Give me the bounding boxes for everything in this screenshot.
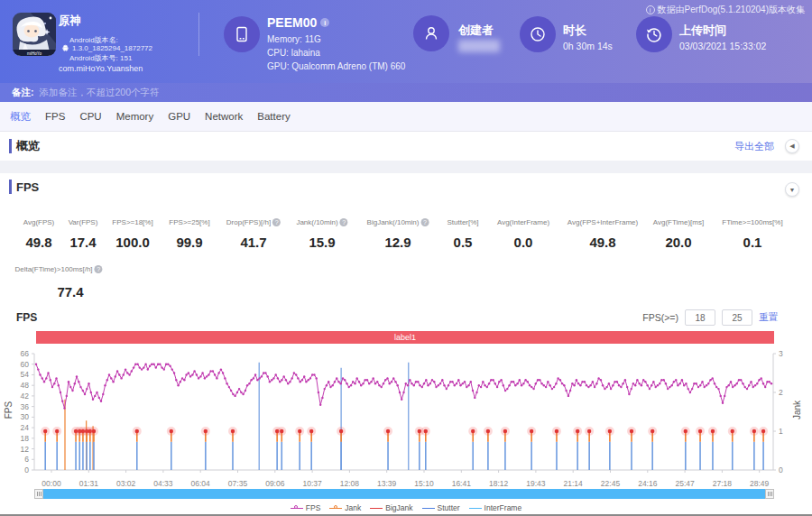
metric-value: 41.7: [226, 235, 281, 250]
metric-label-delta: Delta(FTime)>100ms[/h]?: [14, 265, 102, 273]
svg-text:00:00: 00:00: [42, 479, 61, 486]
metric-0: Avg(FPS)49.8: [23, 218, 55, 250]
svg-text:16:41: 16:41: [452, 479, 472, 486]
tab-network[interactable]: Network: [198, 111, 250, 122]
help-icon[interactable]: ?: [95, 265, 103, 273]
game-icon: miHoYo: [13, 13, 56, 56]
legend-interframe[interactable]: InterFrame: [469, 503, 522, 512]
tab-battery[interactable]: Battery: [250, 111, 297, 122]
svg-text:miHoYo: miHoYo: [27, 51, 42, 56]
metric-value: 20.0: [653, 235, 704, 250]
help-icon[interactable]: ?: [340, 218, 348, 226]
metric-label: BigJank(/10min)?: [367, 218, 429, 226]
svg-text:25:47: 25:47: [675, 479, 695, 486]
tab-概览[interactable]: 概览: [3, 110, 38, 124]
svg-text:6: 6: [24, 455, 29, 464]
scrollbar-handle-left[interactable]: [34, 489, 43, 499]
legend-bigjank[interactable]: BigJank: [370, 503, 412, 512]
svg-text:36: 36: [21, 402, 30, 411]
fps-chart: 0612182430364248546066012300:0001:3103:0…: [0, 349, 812, 490]
tab-cpu[interactable]: CPU: [72, 111, 108, 122]
tab-gpu[interactable]: GPU: [161, 111, 198, 122]
scrollbar-handle-right[interactable]: [765, 489, 774, 499]
svg-text:1: 1: [779, 427, 783, 436]
export-all-link[interactable]: 导出全部: [734, 140, 774, 153]
device-info-icon[interactable]: i: [320, 18, 329, 27]
title-accent-bar: [9, 180, 12, 194]
svg-text:66: 66: [21, 349, 30, 358]
svg-text:0: 0: [779, 465, 783, 475]
metric-label: Avg(FTime)[ms]: [653, 218, 704, 226]
metric-5: Jank(/10min)?15.9: [296, 218, 347, 250]
creator-label: 创建者: [458, 23, 494, 39]
duration-icon: [520, 16, 556, 52]
metric-11: FTime>=100ms[%]0.1: [722, 218, 782, 250]
svg-text:21:14: 21:14: [564, 479, 584, 486]
collect-note: i数据由PerfDog(5.1.210204)版本收集: [646, 4, 805, 16]
package-name: com.miHoYo.Yuanshen: [59, 64, 143, 73]
svg-text:13:39: 13:39: [377, 479, 397, 486]
metric-8: Avg(InterFrame)0.0: [497, 218, 549, 250]
svg-text:2: 2: [779, 388, 783, 397]
svg-text:24: 24: [21, 423, 30, 432]
fps-threshold-input-2[interactable]: [722, 309, 752, 326]
svg-text:54: 54: [21, 370, 30, 379]
y-axis-label-right: Jank: [792, 397, 802, 424]
metric-1: Var(FPS)17.4: [69, 218, 98, 250]
metric-10: Avg(FTime)[ms]20.0: [653, 218, 704, 250]
device-memory: Memory: 11G: [267, 34, 321, 44]
svg-text:28:49: 28:49: [750, 479, 770, 486]
metric-6: BigJank(/10min)?12.9: [367, 218, 429, 250]
metric-value: 100.0: [112, 235, 152, 250]
svg-text:09:06: 09:06: [265, 479, 285, 486]
metric-3: FPS>=25[%]99.9: [169, 218, 209, 250]
legend-fps[interactable]: FPS: [291, 503, 321, 512]
device-cpu: CPU: lahaina: [267, 48, 320, 58]
metric-label: Stutter[%]: [447, 218, 478, 226]
svg-text:01:31: 01:31: [79, 479, 99, 486]
fps-threshold-input-1[interactable]: [685, 309, 715, 326]
tab-memory[interactable]: Memory: [109, 111, 161, 122]
creator-name-blurred: [458, 40, 500, 52]
legend-label: InterFrame: [484, 503, 522, 512]
fps-metrics: Avg(FPS)49.8Var(FPS)17.4FPS>=18[%]100.0F…: [0, 218, 812, 299]
metric-label: Drop(FPS)[/h]?: [226, 218, 281, 226]
collapse-left-button[interactable]: ◀: [785, 139, 799, 153]
metric-label: Avg(FPS+InterFrame): [567, 218, 638, 226]
chart-header: FPS FPS(>=) 重置: [0, 305, 812, 327]
metric-value: 49.8: [23, 235, 55, 250]
chart-scrollbar[interactable]: [34, 489, 774, 499]
svg-text:07:35: 07:35: [228, 479, 248, 486]
metric-value: 15.9: [296, 235, 347, 250]
upload-time-label: 上传时间: [679, 23, 726, 39]
metric-value-delta: 77.4: [57, 284, 83, 299]
legend-stutter[interactable]: Stutter: [422, 503, 460, 512]
help-icon[interactable]: ?: [272, 218, 281, 226]
tab-bar: 概览FPSCPUMemoryGPUNetworkBattery: [0, 102, 812, 132]
fps-threshold-filter: FPS(>=) 重置: [642, 309, 778, 326]
overview-section: 概览 导出全部 ◀: [0, 132, 812, 161]
remark-bar[interactable]: 备注: 添加备注，不超过200个字符: [0, 83, 812, 102]
metric-value: 0.0: [497, 235, 549, 250]
phone-icon: [224, 16, 260, 52]
report-header: i数据由PerfDog(5.1.210204)版本收集 miHoYo 原神 An…: [0, 0, 812, 83]
collapse-down-button[interactable]: ▼: [785, 182, 799, 197]
fps-filter-label: FPS(>=): [642, 312, 678, 323]
legend-marker: [469, 504, 482, 512]
creator-icon: [413, 15, 449, 51]
tab-fps[interactable]: FPS: [38, 111, 72, 122]
svg-text:03:02: 03:02: [116, 479, 136, 486]
help-icon[interactable]: ?: [420, 218, 429, 226]
metric-label: FTime>=100ms[%]: [722, 218, 782, 226]
upload-time-value: 03/03/2021 15:33:02: [679, 41, 766, 51]
legend-label: Stutter: [438, 503, 460, 512]
reset-link[interactable]: 重置: [759, 311, 778, 324]
legend-jank[interactable]: Jank: [329, 503, 361, 512]
header-divider: [198, 13, 199, 56]
title-accent-bar: [9, 139, 12, 153]
svg-text:30: 30: [21, 412, 30, 421]
metric-label: Jank(/10min)?: [296, 218, 347, 226]
chart-title: FPS: [16, 311, 37, 324]
svg-text:3: 3: [779, 349, 783, 358]
y-axis-label-left: FPS: [4, 397, 14, 424]
